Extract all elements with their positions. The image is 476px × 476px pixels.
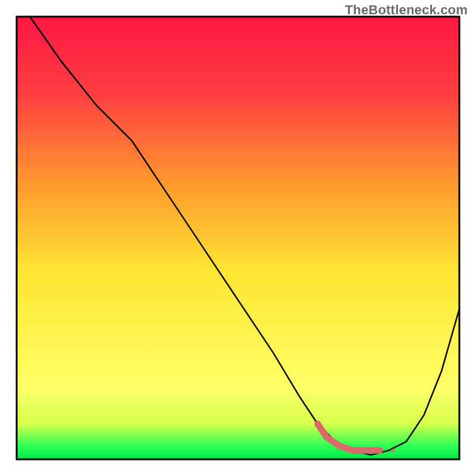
optimal-dot: [359, 447, 365, 453]
bottleneck-chart: [0, 0, 476, 476]
watermark-text: TheBottleneck.com: [345, 2, 468, 18]
chart-container: TheBottleneck.com: [0, 0, 476, 476]
optimal-dot: [391, 449, 394, 452]
optimal-dot: [377, 448, 382, 453]
plot-area: [17, 17, 459, 459]
